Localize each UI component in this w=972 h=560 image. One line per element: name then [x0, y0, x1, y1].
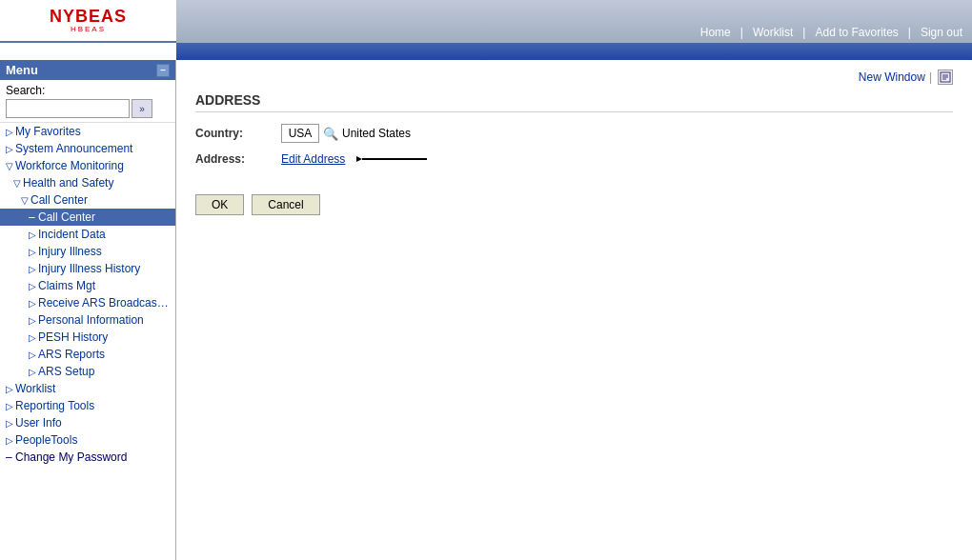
main-layout: Menu – Search: » ▷My Favorites ▷System A… — [0, 60, 972, 560]
search-button[interactable]: » — [132, 99, 152, 118]
nav-item-change-my-password[interactable]: – Change My Password — [0, 449, 175, 466]
country-search-icon[interactable]: 🔍 — [323, 127, 338, 141]
sign-out-link[interactable]: Sign out — [921, 26, 962, 39]
arrow-icon: ▽ — [13, 178, 21, 189]
arrow-icon: ▷ — [6, 435, 13, 446]
logo-area: NYBEAS HBEAS — [0, 0, 176, 43]
sidebar: Menu – Search: » ▷My Favorites ▷System A… — [0, 60, 176, 560]
nav-item-user-info[interactable]: ▷User Info — [0, 414, 175, 431]
nav-sep-3: | — [908, 26, 911, 39]
nav-item-workforce-monitoring[interactable]: ▽Workforce Monitoring — [0, 157, 175, 174]
country-code: USA — [281, 124, 319, 143]
arrow-icon: ▽ — [21, 195, 29, 206]
arrow-annotation — [356, 152, 428, 166]
menu-minimize-button[interactable]: – — [156, 64, 170, 77]
arrow-icon: ▷ — [29, 350, 36, 360]
worklist-link[interactable]: Worklist — [753, 26, 793, 39]
new-window-bar: New Window | — [195, 70, 953, 85]
page-icon — [938, 70, 953, 85]
arrow-icon: ▷ — [6, 127, 13, 137]
nav-item-worklist[interactable]: ▷Worklist — [0, 380, 175, 397]
nav-item-receive-ars[interactable]: ▷Receive ARS Broadcast System — [0, 294, 175, 311]
arrow-icon: ▷ — [29, 264, 36, 274]
arrow-icon: ▷ — [6, 144, 13, 154]
arrow-icon: ▷ — [29, 332, 36, 343]
nav-sep-2: | — [802, 26, 805, 39]
menu-header: Menu – — [0, 60, 175, 80]
nav-item-incident-data[interactable]: ▷Incident Data — [0, 226, 175, 243]
country-row: Country: USA 🔍 United States — [195, 124, 953, 143]
arrow-icon: ▽ — [6, 161, 13, 171]
menu-title: Menu — [6, 63, 38, 77]
address-row: Address: Edit Address — [195, 152, 953, 166]
content-area: New Window | ADDRESS Country: USA 🔍 Unit… — [176, 60, 972, 560]
new-window-link[interactable]: New Window — [859, 70, 925, 84]
blue-banner-bar — [176, 43, 972, 60]
search-label: Search: — [6, 84, 170, 97]
arrow-icon: ▷ — [29, 367, 36, 377]
address-label: Address: — [195, 152, 281, 166]
arrow-icon: ▷ — [29, 281, 36, 291]
arrow-icon: ▷ — [29, 247, 36, 257]
search-row: » — [6, 99, 170, 118]
nav-item-claims-mgt[interactable]: ▷Claims Mgt — [0, 277, 175, 294]
arrow-icon: ▷ — [6, 401, 13, 411]
nav-item-system-announcement[interactable]: ▷System Announcement — [0, 140, 175, 157]
nav-item-injury-illness-history[interactable]: ▷Injury Illness History — [0, 260, 175, 277]
edit-address-link[interactable]: Edit Address — [281, 152, 345, 166]
country-value: USA 🔍 United States — [281, 124, 411, 143]
nav-item-personal-information[interactable]: ▷Personal Information — [0, 311, 175, 329]
arrow-icon: ▷ — [29, 315, 36, 326]
arrow-svg — [356, 152, 428, 166]
button-row: OK Cancel — [195, 194, 953, 215]
page-svg-icon — [940, 71, 951, 83]
page-title: ADDRESS — [195, 92, 953, 112]
country-label: Country: — [195, 127, 281, 140]
nav-item-call-center-parent[interactable]: ▽Call Center — [0, 191, 175, 209]
nav-item-my-favorites[interactable]: ▷My Favorites — [0, 123, 175, 140]
ok-button[interactable]: OK — [195, 194, 244, 215]
arrow-icon: ▷ — [29, 230, 36, 240]
header-nav: Home | Worklist | Add to Favorites | Sig… — [176, 0, 972, 43]
cancel-button[interactable]: Cancel — [252, 194, 319, 215]
nav-item-people-tools[interactable]: ▷PeopleTools — [0, 431, 175, 449]
nav-item-ars-setup[interactable]: ▷ARS Setup — [0, 363, 175, 380]
search-area: Search: » — [0, 80, 175, 123]
nav-sep-1: | — [740, 26, 743, 39]
add-to-favorites-link[interactable]: Add to Favorites — [815, 26, 898, 39]
arrow-icon: ▷ — [29, 298, 36, 309]
logo-sub: HBEAS — [50, 25, 127, 33]
nav-item-health-and-safety[interactable]: ▽Health and Safety — [0, 174, 175, 191]
blue-banner — [0, 43, 972, 60]
home-link[interactable]: Home — [700, 26, 731, 39]
arrow-icon: ▷ — [6, 384, 13, 394]
nav-item-call-center-active[interactable]: – Call Center — [0, 209, 175, 226]
address-value: Edit Address — [281, 152, 428, 166]
arrow-icon: ▷ — [6, 418, 13, 429]
nav-sep-pipe: | — [929, 70, 932, 84]
nav-item-pesh-history[interactable]: ▷PESH History — [0, 329, 175, 346]
nav-item-reporting-tools[interactable]: ▷Reporting Tools — [0, 397, 175, 414]
blue-banner-logo — [0, 43, 176, 60]
top-header: NYBEAS HBEAS Home | Worklist | Add to Fa… — [0, 0, 972, 43]
nav-item-ars-reports[interactable]: ▷ARS Reports — [0, 346, 175, 363]
search-input[interactable] — [6, 99, 130, 118]
country-name: United States — [342, 127, 411, 140]
nav-item-injury-illness[interactable]: ▷Injury Illness — [0, 243, 175, 260]
logo-main: NYBEAS — [50, 8, 127, 25]
